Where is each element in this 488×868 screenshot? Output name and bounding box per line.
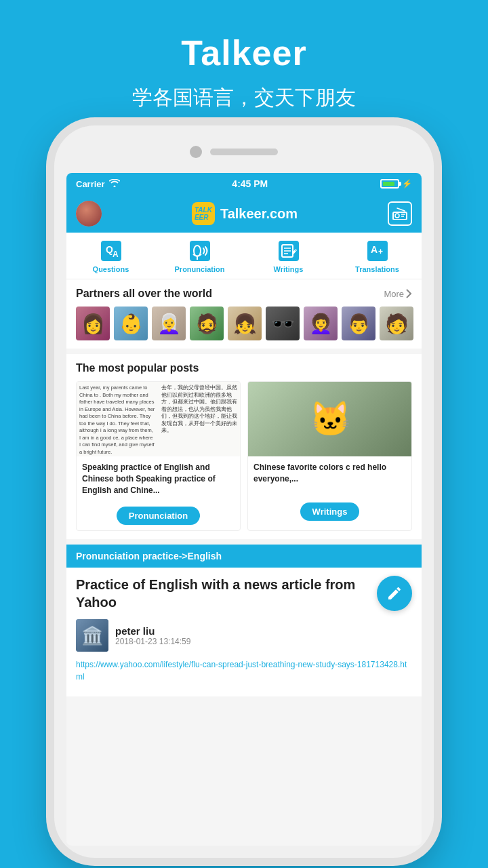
nav-logo-area: TALKEER Talkeer.com: [102, 202, 388, 225]
partner-avatar-3[interactable]: 👩‍🦳: [152, 307, 186, 340]
writings-icon: [277, 239, 300, 262]
post-date: 2018-01-23 13:14:59: [115, 637, 190, 646]
partners-section: Partners all over the world More 👩 👶 👩‍🦳…: [66, 279, 422, 349]
svg-text:A: A: [113, 250, 119, 259]
card-1-tag: Pronunciation: [77, 501, 240, 530]
nav-site-name: Talkeer.com: [220, 206, 298, 222]
fab-edit-button[interactable]: [377, 576, 412, 611]
svg-line-4: [397, 208, 405, 211]
partners-header: Partners all over the world More: [76, 288, 412, 300]
tab-pronunciation[interactable]: Pronunciation: [155, 233, 244, 279]
tab-bar: Q A Questions Pronun: [66, 233, 422, 279]
practice-section: Pronunciation practice->English Practice…: [66, 545, 422, 696]
partner-avatar-1[interactable]: 👩: [76, 307, 110, 340]
partner-avatar-6[interactable]: 🕶️: [266, 307, 300, 340]
tab-writings-label: Writings: [274, 265, 304, 273]
phone-screen: Carrier 4:45 PM ⚡: [66, 173, 422, 846]
tab-writings[interactable]: Writings: [244, 233, 333, 279]
svg-text:+: +: [378, 247, 383, 256]
card-2-tag: Writings: [248, 497, 411, 526]
card-1-tag-button[interactable]: Pronunciation: [117, 507, 200, 525]
phone-speaker: [210, 149, 278, 155]
app-background: Talkeer 学各国语言，交天下朋友: [0, 0, 488, 112]
card-1-desc: Speaking practice of English and Chinese…: [77, 456, 240, 501]
nav-bar: TALKEER Talkeer.com: [66, 195, 422, 233]
main-content: Partners all over the world More 👩 👶 👩‍🦳…: [66, 279, 422, 845]
popular-card-1[interactable]: Last year, my parents came to China to .…: [76, 381, 241, 531]
popular-section: The most popular posts Last year, my par…: [66, 354, 422, 539]
translations-icon: A +: [366, 239, 389, 262]
partner-avatar-2[interactable]: 👶: [114, 307, 148, 340]
status-left: Carrier: [76, 178, 120, 189]
app-title: Talkeer: [0, 0, 488, 73]
tab-translations[interactable]: A + Translations: [333, 233, 422, 279]
post-link[interactable]: https://www.yahoo.com/lifestyle/flu-can-…: [76, 658, 412, 683]
partner-avatar-4[interactable]: 🧔: [190, 307, 224, 340]
practice-title: Practice of English with a news article …: [76, 576, 412, 611]
bolt-icon: ⚡: [402, 179, 412, 189]
partner-avatar-9[interactable]: 🧑: [380, 307, 413, 340]
questions-icon: Q A: [100, 239, 123, 262]
phone-shell: Carrier 4:45 PM ⚡: [54, 125, 434, 858]
svg-text:A: A: [371, 244, 378, 255]
partners-avatars: 👩 👶 👩‍🦳 🧔 👧 🕶️ 👩‍🦱 👨 🧑: [76, 307, 412, 340]
card-1-text-cn: 去年，我的父母曾经中国。虽然他们以前到过和欧洲的很多地方，但都来过中国。他们跟我…: [159, 382, 241, 456]
app-subtitle: 学各国语言，交天下朋友: [0, 84, 488, 112]
pronunciation-icon: [188, 239, 211, 262]
popular-cards: Last year, my parents came to China to .…: [76, 381, 412, 531]
wifi-icon: [109, 178, 120, 189]
talkeer-logo-icon: TALKEER: [192, 202, 215, 225]
card-2-image: 🐱: [248, 382, 411, 456]
battery-icon: [380, 179, 399, 189]
practice-content: Practice of English with a news article …: [66, 568, 422, 696]
status-time: 4:45 PM: [232, 178, 268, 189]
card-2-photo: 🐱: [248, 382, 411, 456]
tab-questions-label: Questions: [93, 265, 129, 273]
carrier-label: Carrier: [76, 179, 105, 189]
card-1-text-en: Last year, my parents came to China to .…: [77, 382, 159, 456]
popular-posts-title: The most popular posts: [76, 362, 412, 374]
tab-translations-label: Translations: [355, 265, 399, 273]
avatar-image: [76, 201, 102, 226]
svg-point-1: [395, 214, 399, 218]
practice-header: Pronunciation practice->English: [66, 545, 422, 568]
radio-icon[interactable]: [388, 201, 412, 226]
partner-avatar-7[interactable]: 👩‍🦱: [304, 307, 338, 340]
practice-header-text: Pronunciation practice->English: [76, 551, 222, 561]
card-2-desc: Chinese favorite colors c red hello ever…: [248, 456, 411, 497]
tab-questions[interactable]: Q A Questions: [66, 233, 155, 279]
status-right: ⚡: [380, 179, 412, 189]
card-2-tag-button[interactable]: Writings: [300, 502, 360, 521]
status-bar: Carrier 4:45 PM ⚡: [66, 173, 422, 195]
phone-camera: [190, 146, 202, 158]
post-user-info: peter liu 2018-01-23 13:14:59: [115, 625, 190, 646]
post-username: peter liu: [115, 625, 190, 637]
partner-avatar-8[interactable]: 👨: [342, 307, 375, 340]
popular-card-2[interactable]: 🐱 Chinese favorite colors c red hello ev…: [247, 381, 412, 531]
card-1-image: Last year, my parents came to China to .…: [77, 382, 240, 456]
nav-avatar[interactable]: [76, 201, 102, 226]
tab-pronunciation-label: Pronunciation: [175, 265, 225, 273]
post-user-avatar: 🏛️: [76, 619, 108, 652]
partner-avatar-5[interactable]: 👧: [228, 307, 262, 340]
partners-more[interactable]: More: [384, 288, 412, 299]
post-user-row: 🏛️ peter liu 2018-01-23 13:14:59: [76, 619, 412, 652]
partners-title: Partners all over the world: [76, 288, 212, 300]
